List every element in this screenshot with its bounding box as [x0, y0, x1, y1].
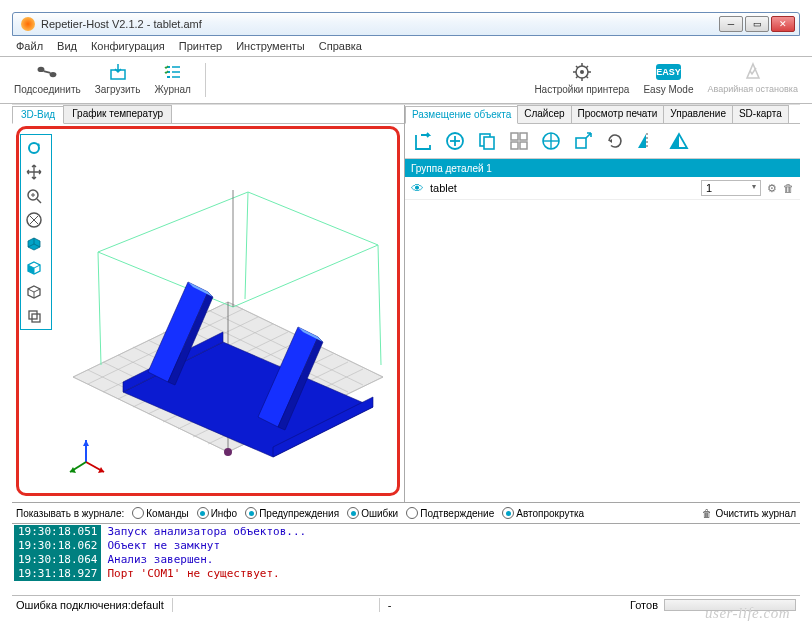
log-filter-label: Показывать в журнале:	[16, 508, 124, 519]
menu-config[interactable]: Конфигурация	[91, 40, 165, 52]
menu-view[interactable]: Вид	[57, 40, 77, 52]
load-button[interactable]: Загрузить	[95, 61, 141, 95]
tab-temperature[interactable]: График температур	[63, 105, 172, 123]
svg-line-48	[98, 252, 101, 365]
menubar: Файл Вид Конфигурация Принтер Инструмент…	[0, 36, 812, 57]
svg-rect-73	[484, 137, 494, 149]
svg-rect-74	[511, 133, 518, 140]
window-title: Repetier-Host V2.1.2 - tablet.amf	[39, 18, 717, 30]
object-delete-icon[interactable]: 🗑	[783, 182, 794, 194]
log-output[interactable]: 19:30:18.051Запуск анализатора объектов.…	[12, 524, 800, 595]
fit-icon[interactable]	[23, 209, 45, 231]
svg-line-13	[586, 66, 588, 68]
watermark: user-life.com	[705, 605, 790, 622]
svg-line-2	[44, 71, 51, 73]
log-button[interactable]: Журнал	[154, 61, 191, 95]
rotate-icon[interactable]	[603, 129, 627, 153]
group-header: Группа деталей 1	[405, 159, 800, 177]
menu-file[interactable]: Файл	[16, 40, 43, 52]
app-icon	[21, 17, 35, 31]
filter-warnings[interactable]: Предупреждения	[245, 507, 339, 519]
maximize-button[interactable]: ▭	[745, 16, 769, 32]
toolbar-separator	[205, 63, 206, 97]
object-toolbar	[405, 124, 800, 159]
center-icon[interactable]	[539, 129, 563, 153]
menu-tools[interactable]: Инструменты	[236, 40, 305, 52]
svg-rect-75	[520, 133, 527, 140]
filter-ack[interactable]: Подтверждение	[406, 507, 494, 519]
mirror-icon[interactable]	[635, 129, 659, 153]
content-area: 3D-Вид График температур	[12, 104, 800, 502]
svg-rect-77	[520, 142, 527, 149]
visibility-icon[interactable]: 👁	[411, 181, 424, 196]
svg-rect-76	[511, 142, 518, 149]
menu-help[interactable]: Справка	[319, 40, 362, 52]
svg-line-50	[245, 192, 248, 299]
log-panel: Показывать в журнале: Команды Инфо Преду…	[12, 502, 800, 595]
viewport-3d[interactable]	[48, 128, 398, 496]
tab-print-preview[interactable]: Просмотр печати	[571, 105, 665, 123]
emergency-stop-button[interactable]: Аварийная остановка	[707, 61, 798, 94]
svg-line-12	[576, 76, 578, 78]
svg-point-5	[580, 70, 584, 74]
connect-button[interactable]: Подсоединить	[14, 61, 81, 95]
move-view-icon[interactable]	[23, 161, 45, 183]
filter-autoscroll[interactable]: Автопрокрутка	[502, 507, 584, 519]
object-name: tablet	[430, 182, 695, 194]
tab-slicer[interactable]: Слайсер	[517, 105, 571, 123]
svg-rect-22	[29, 311, 37, 319]
app-window: Repetier-Host V2.1.2 - tablet.amf ─ ▭ ✕ …	[0, 0, 812, 626]
filter-errors[interactable]: Ошибки	[347, 507, 398, 519]
svg-line-16	[37, 199, 41, 203]
scale-icon[interactable]	[571, 129, 595, 153]
object-settings-icon[interactable]: ⚙	[767, 182, 777, 195]
svg-line-10	[576, 66, 578, 68]
svg-line-49	[378, 245, 381, 365]
svg-line-11	[586, 76, 588, 78]
left-panel: 3D-Вид График температур	[12, 105, 405, 502]
add-object-icon[interactable]	[443, 129, 467, 153]
rotate-view-icon[interactable]	[23, 137, 45, 159]
tab-3d-view[interactable]: 3D-Вид	[12, 106, 64, 124]
object-row[interactable]: 👁 tablet 1▾ ⚙ 🗑	[405, 177, 800, 200]
svg-point-53	[224, 448, 232, 456]
viewport-toolbar	[20, 134, 52, 330]
export-icon[interactable]	[411, 129, 435, 153]
autoplace-icon[interactable]	[507, 129, 531, 153]
svg-marker-64	[83, 440, 89, 446]
left-tabs: 3D-Вид График температур	[12, 105, 404, 124]
cut-icon[interactable]	[667, 129, 691, 153]
main-toolbar: Подсоединить Загрузить Журнал Настройки …	[0, 57, 812, 104]
minimize-button[interactable]: ─	[719, 16, 743, 32]
status-dash: -	[388, 599, 392, 611]
top-view-icon[interactable]	[23, 281, 45, 303]
parallel-view-icon[interactable]	[23, 305, 45, 327]
close-button[interactable]: ✕	[771, 16, 795, 32]
svg-marker-83	[638, 134, 646, 148]
clear-log-button[interactable]: 🗑Очистить журнал	[702, 508, 796, 519]
status-connection: Ошибка подключения:default	[16, 599, 164, 611]
easy-mode-button[interactable]: EASY Easy Mode	[643, 61, 693, 95]
tab-sdcard[interactable]: SD-карта	[732, 105, 789, 123]
svg-rect-23	[32, 314, 40, 322]
svg-marker-47	[98, 192, 378, 307]
svg-rect-81	[576, 138, 586, 148]
filter-commands[interactable]: Команды	[132, 507, 188, 519]
status-ready: Готов	[630, 599, 658, 611]
svg-point-1	[50, 72, 57, 77]
zoom-icon[interactable]	[23, 185, 45, 207]
titlebar: Repetier-Host V2.1.2 - tablet.amf ─ ▭ ✕	[12, 12, 800, 36]
right-panel: Размещение объекта Слайсер Просмотр печа…	[405, 105, 800, 502]
copy-object-icon[interactable]	[475, 129, 499, 153]
filter-info[interactable]: Инфо	[197, 507, 238, 519]
front-view-icon[interactable]	[23, 257, 45, 279]
object-count-stepper[interactable]: 1▾	[701, 180, 761, 196]
svg-point-0	[38, 67, 45, 72]
menu-printer[interactable]: Принтер	[179, 40, 222, 52]
right-tabs: Размещение объекта Слайсер Просмотр печа…	[405, 105, 800, 124]
log-filter-bar: Показывать в журнале: Команды Инфо Преду…	[12, 503, 800, 524]
tab-control[interactable]: Управление	[663, 105, 733, 123]
printer-settings-button[interactable]: Настройки принтера	[534, 61, 629, 95]
iso-view-icon[interactable]	[23, 233, 45, 255]
tab-placement[interactable]: Размещение объекта	[405, 106, 518, 124]
